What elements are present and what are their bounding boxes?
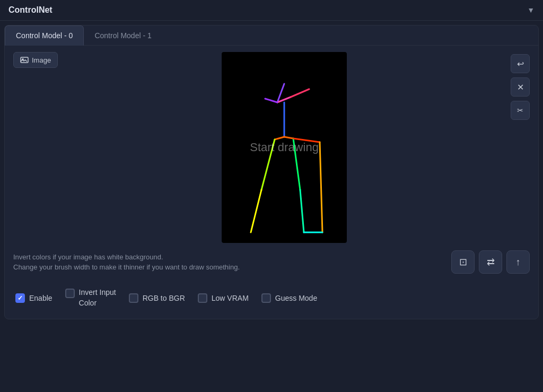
invert-input-color-label-line2: Color	[79, 298, 116, 309]
camera-button[interactable]: ⊡	[451, 250, 475, 274]
tab-control-model-0[interactable]: Control Model - 0	[5, 25, 84, 46]
content-area: Image	[5, 46, 538, 319]
main-panel: Control Model - 0 Control Model - 1 Imag…	[4, 25, 539, 319]
swap-button[interactable]: ⇄	[479, 250, 502, 274]
canvas-actions: ↩ ✕ ✂	[511, 52, 530, 120]
enable-checkbox[interactable]	[15, 293, 25, 303]
drawing-strokes-svg	[222, 52, 347, 243]
camera-icon: ⊡	[459, 256, 467, 268]
svg-line-12	[300, 190, 304, 232]
svg-line-5	[265, 99, 277, 102]
close-button[interactable]: ✕	[511, 77, 530, 97]
canvas-row: Image	[13, 52, 530, 243]
upload-send-button[interactable]: ↑	[506, 250, 530, 274]
canvas-container: Start drawing	[66, 52, 502, 243]
bottom-controls: Enable Invert Input Color RGB to BGR	[13, 281, 530, 312]
app-header: ControlNet ▼	[0, 0, 543, 21]
close-icon: ✕	[517, 82, 524, 92]
rgb-to-bgr-control: RGB to BGR	[129, 293, 185, 303]
image-upload-label: Image	[32, 56, 51, 64]
info-row: Invert colors if your image has white ba…	[13, 248, 530, 276]
guess-mode-label: Guess Mode	[275, 294, 317, 302]
svg-line-10	[251, 190, 261, 232]
edit-button[interactable]: ✂	[511, 101, 530, 120]
enable-control: Enable	[15, 293, 52, 303]
svg-line-13	[293, 138, 320, 142]
svg-line-11	[293, 138, 300, 190]
tabs-bar: Control Model - 0 Control Model - 1	[5, 25, 538, 46]
guess-mode-control: Guess Mode	[261, 293, 317, 303]
action-buttons: ⊡ ⇄ ↑	[451, 250, 530, 274]
invert-input-color-checkbox[interactable]	[65, 289, 75, 298]
info-line-2: Change your brush width to make it thinn…	[13, 262, 240, 273]
undo-button[interactable]: ↩	[511, 54, 530, 73]
svg-line-4	[291, 89, 309, 97]
edit-icon: ✂	[517, 106, 523, 115]
svg-line-8	[284, 137, 293, 138]
invert-input-color-label: Invert Input Color	[79, 288, 116, 308]
low-vram-control: Low VRAM	[198, 293, 249, 303]
undo-icon: ↩	[517, 59, 524, 69]
invert-input-color-control: Invert Input Color	[65, 288, 116, 308]
svg-line-7	[275, 137, 284, 140]
low-vram-label: Low VRAM	[212, 294, 249, 302]
guess-mode-checkbox[interactable]	[261, 293, 271, 303]
swap-icon: ⇄	[487, 256, 495, 268]
dropdown-arrow-icon[interactable]: ▼	[527, 6, 535, 14]
drawing-canvas[interactable]: Start drawing	[222, 52, 347, 243]
app-title: ControlNet	[8, 5, 52, 15]
low-vram-checkbox[interactable]	[198, 293, 207, 303]
info-line-1: Invert colors if your image has white ba…	[13, 252, 240, 263]
rgb-to-bgr-label: RGB to BGR	[143, 294, 185, 302]
image-icon	[20, 56, 29, 64]
svg-line-14	[320, 142, 322, 232]
rgb-to-bgr-checkbox[interactable]	[129, 293, 138, 303]
tab-control-model-1[interactable]: Control Model - 1	[84, 25, 162, 45]
image-upload-button[interactable]: Image	[13, 52, 58, 68]
svg-line-9	[261, 140, 275, 190]
info-text: Invert colors if your image has white ba…	[13, 252, 240, 273]
upload-icon: ↑	[516, 257, 521, 268]
invert-input-color-label-line1: Invert Input	[79, 288, 116, 298]
enable-label: Enable	[29, 294, 52, 302]
